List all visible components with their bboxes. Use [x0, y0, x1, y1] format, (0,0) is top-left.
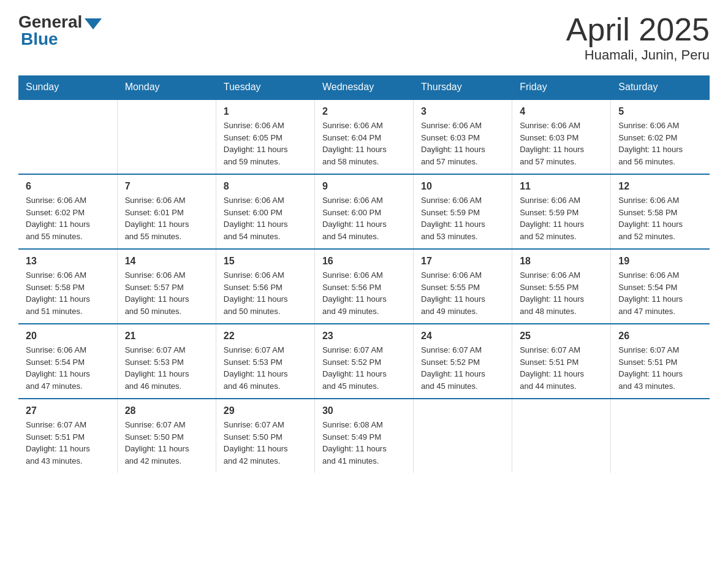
day-number: 3: [421, 106, 504, 117]
calendar-cell-w1-d5: 3Sunrise: 6:06 AM Sunset: 6:03 PM Daylig…: [414, 99, 512, 174]
day-number: 11: [520, 181, 603, 192]
day-number: 16: [322, 256, 406, 267]
day-info: Sunrise: 6:06 AM Sunset: 5:55 PM Dayligh…: [421, 269, 504, 317]
calendar-cell-w2-d2: 7Sunrise: 6:06 AM Sunset: 6:01 PM Daylig…: [117, 174, 216, 249]
calendar-week-1: 1Sunrise: 6:06 AM Sunset: 6:05 PM Daylig…: [18, 99, 710, 174]
calendar-cell-w4-d4: 23Sunrise: 6:07 AM Sunset: 5:52 PM Dayli…: [314, 324, 413, 399]
day-info: Sunrise: 6:06 AM Sunset: 5:59 PM Dayligh…: [520, 194, 603, 242]
day-info: Sunrise: 6:06 AM Sunset: 5:54 PM Dayligh…: [26, 344, 110, 392]
day-info: Sunrise: 6:07 AM Sunset: 5:51 PM Dayligh…: [26, 419, 110, 467]
calendar-cell-w2-d7: 12Sunrise: 6:06 AM Sunset: 5:58 PM Dayli…: [611, 174, 710, 249]
calendar-week-3: 13Sunrise: 6:06 AM Sunset: 5:58 PM Dayli…: [18, 249, 710, 324]
logo-arrow-icon: [85, 18, 102, 29]
calendar-cell-w3-d2: 14Sunrise: 6:06 AM Sunset: 5:57 PM Dayli…: [117, 249, 216, 324]
calendar-cell-w2-d3: 8Sunrise: 6:06 AM Sunset: 6:00 PM Daylig…: [216, 174, 314, 249]
title-block: April 2025 Huamali, Junin, Peru: [566, 12, 710, 63]
day-number: 21: [125, 331, 208, 342]
calendar-cell-w4-d2: 21Sunrise: 6:07 AM Sunset: 5:53 PM Dayli…: [117, 324, 216, 399]
page-header: General Blue April 2025 Huamali, Junin, …: [18, 12, 710, 63]
day-number: 24: [421, 331, 504, 342]
calendar-cell-w3-d4: 16Sunrise: 6:06 AM Sunset: 5:56 PM Dayli…: [314, 249, 413, 324]
day-info: Sunrise: 6:07 AM Sunset: 5:53 PM Dayligh…: [125, 344, 208, 392]
calendar-cell-w4-d7: 26Sunrise: 6:07 AM Sunset: 5:51 PM Dayli…: [611, 324, 710, 399]
header-monday: Monday: [117, 75, 216, 99]
day-info: Sunrise: 6:06 AM Sunset: 5:55 PM Dayligh…: [520, 269, 603, 317]
day-info: Sunrise: 6:06 AM Sunset: 6:05 PM Dayligh…: [224, 120, 307, 167]
calendar-cell-w1-d7: 5Sunrise: 6:06 AM Sunset: 6:02 PM Daylig…: [611, 99, 710, 174]
day-info: Sunrise: 6:06 AM Sunset: 6:00 PM Dayligh…: [322, 194, 406, 242]
day-number: 8: [224, 181, 307, 192]
calendar-cell-w2-d4: 9Sunrise: 6:06 AM Sunset: 6:00 PM Daylig…: [314, 174, 413, 249]
logo: General Blue: [18, 12, 102, 49]
day-info: Sunrise: 6:06 AM Sunset: 5:56 PM Dayligh…: [322, 269, 406, 317]
calendar-cell-w5-d6: [512, 399, 611, 473]
day-info: Sunrise: 6:07 AM Sunset: 5:52 PM Dayligh…: [421, 344, 504, 392]
day-number: 17: [421, 256, 504, 267]
day-number: 12: [618, 181, 702, 192]
day-info: Sunrise: 6:06 AM Sunset: 5:57 PM Dayligh…: [125, 269, 208, 317]
day-info: Sunrise: 6:07 AM Sunset: 5:53 PM Dayligh…: [224, 344, 307, 392]
day-number: 18: [520, 256, 603, 267]
day-number: 14: [125, 256, 208, 267]
day-number: 2: [322, 106, 406, 117]
day-number: 15: [224, 256, 307, 267]
day-info: Sunrise: 6:07 AM Sunset: 5:51 PM Dayligh…: [618, 344, 702, 392]
calendar-cell-w1-d2: [117, 99, 216, 174]
calendar-cell-w4-d3: 22Sunrise: 6:07 AM Sunset: 5:53 PM Dayli…: [216, 324, 314, 399]
day-info: Sunrise: 6:06 AM Sunset: 6:02 PM Dayligh…: [26, 194, 110, 242]
page-subtitle: Huamali, Junin, Peru: [566, 47, 710, 63]
calendar-cell-w4-d6: 25Sunrise: 6:07 AM Sunset: 5:51 PM Dayli…: [512, 324, 611, 399]
calendar-table: Sunday Monday Tuesday Wednesday Thursday…: [18, 75, 710, 473]
calendar-cell-w1-d4: 2Sunrise: 6:06 AM Sunset: 6:04 PM Daylig…: [314, 99, 413, 174]
calendar-cell-w5-d5: [414, 399, 512, 473]
day-info: Sunrise: 6:06 AM Sunset: 6:03 PM Dayligh…: [421, 120, 504, 167]
calendar-cell-w2-d5: 10Sunrise: 6:06 AM Sunset: 5:59 PM Dayli…: [414, 174, 512, 249]
day-number: 22: [224, 331, 307, 342]
day-number: 30: [322, 405, 406, 416]
day-number: 4: [520, 106, 603, 117]
day-info: Sunrise: 6:08 AM Sunset: 5:49 PM Dayligh…: [322, 419, 406, 467]
day-info: Sunrise: 6:07 AM Sunset: 5:51 PM Dayligh…: [520, 344, 603, 392]
day-number: 7: [125, 181, 208, 192]
day-number: 29: [224, 405, 307, 416]
logo-blue-text: Blue: [18, 29, 58, 49]
calendar-cell-w1-d1: [18, 99, 117, 174]
day-info: Sunrise: 6:06 AM Sunset: 5:54 PM Dayligh…: [618, 269, 702, 317]
calendar-week-4: 20Sunrise: 6:06 AM Sunset: 5:54 PM Dayli…: [18, 324, 710, 399]
calendar-cell-w3-d5: 17Sunrise: 6:06 AM Sunset: 5:55 PM Dayli…: [414, 249, 512, 324]
day-info: Sunrise: 6:07 AM Sunset: 5:52 PM Dayligh…: [322, 344, 406, 392]
calendar-header-row: Sunday Monday Tuesday Wednesday Thursday…: [18, 75, 710, 99]
day-info: Sunrise: 6:06 AM Sunset: 6:04 PM Dayligh…: [322, 120, 406, 167]
day-info: Sunrise: 6:06 AM Sunset: 6:01 PM Dayligh…: [125, 194, 208, 242]
day-info: Sunrise: 6:06 AM Sunset: 5:59 PM Dayligh…: [421, 194, 504, 242]
calendar-cell-w3-d6: 18Sunrise: 6:06 AM Sunset: 5:55 PM Dayli…: [512, 249, 611, 324]
header-saturday: Saturday: [611, 75, 710, 99]
calendar-cell-w5-d7: [611, 399, 710, 473]
calendar-cell-w2-d1: 6Sunrise: 6:06 AM Sunset: 6:02 PM Daylig…: [18, 174, 117, 249]
day-info: Sunrise: 6:06 AM Sunset: 5:56 PM Dayligh…: [224, 269, 307, 317]
day-info: Sunrise: 6:07 AM Sunset: 5:50 PM Dayligh…: [125, 419, 208, 467]
header-sunday: Sunday: [18, 75, 117, 99]
day-info: Sunrise: 6:07 AM Sunset: 5:50 PM Dayligh…: [224, 419, 307, 467]
calendar-cell-w5-d3: 29Sunrise: 6:07 AM Sunset: 5:50 PM Dayli…: [216, 399, 314, 473]
calendar-cell-w4-d1: 20Sunrise: 6:06 AM Sunset: 5:54 PM Dayli…: [18, 324, 117, 399]
header-wednesday: Wednesday: [314, 75, 413, 99]
day-number: 20: [26, 331, 110, 342]
calendar-cell-w3-d7: 19Sunrise: 6:06 AM Sunset: 5:54 PM Dayli…: [611, 249, 710, 324]
header-friday: Friday: [512, 75, 611, 99]
day-number: 25: [520, 331, 603, 342]
calendar-cell-w3-d1: 13Sunrise: 6:06 AM Sunset: 5:58 PM Dayli…: [18, 249, 117, 324]
calendar-week-5: 27Sunrise: 6:07 AM Sunset: 5:51 PM Dayli…: [18, 399, 710, 473]
header-tuesday: Tuesday: [216, 75, 314, 99]
day-number: 6: [26, 181, 110, 192]
day-number: 9: [322, 181, 406, 192]
day-info: Sunrise: 6:06 AM Sunset: 5:58 PM Dayligh…: [618, 194, 702, 242]
day-number: 27: [26, 405, 110, 416]
day-info: Sunrise: 6:06 AM Sunset: 6:00 PM Dayligh…: [224, 194, 307, 242]
calendar-cell-w5-d4: 30Sunrise: 6:08 AM Sunset: 5:49 PM Dayli…: [314, 399, 413, 473]
calendar-cell-w5-d1: 27Sunrise: 6:07 AM Sunset: 5:51 PM Dayli…: [18, 399, 117, 473]
day-number: 26: [618, 331, 702, 342]
calendar-cell-w5-d2: 28Sunrise: 6:07 AM Sunset: 5:50 PM Dayli…: [117, 399, 216, 473]
day-number: 19: [618, 256, 702, 267]
day-info: Sunrise: 6:06 AM Sunset: 6:03 PM Dayligh…: [520, 120, 603, 167]
